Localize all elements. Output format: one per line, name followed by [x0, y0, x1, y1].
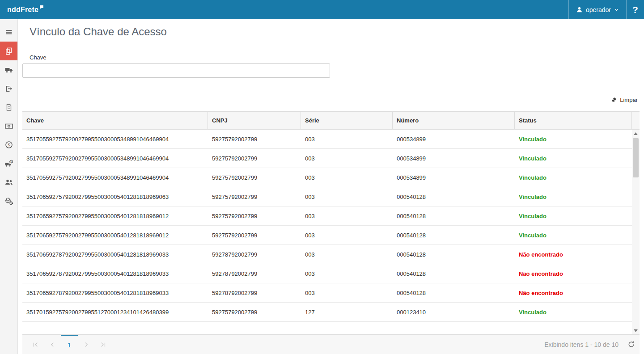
cell-cnpj: 59278792002799	[208, 264, 301, 283]
users-icon	[4, 178, 13, 187]
results-grid: Chave CNPJ Série Número Status 351705592…	[22, 111, 640, 354]
sidebar-item-settings[interactable]	[0, 192, 17, 211]
column-header-cnpj[interactable]: CNPJ	[208, 112, 301, 129]
sidebar-item-access-key[interactable]	[0, 42, 17, 60]
cell-numero: 000540128	[393, 283, 515, 302]
cell-cnpj: 59275792002799	[208, 130, 301, 148]
cell-status: Vinculado	[515, 168, 632, 187]
document-icon	[5, 103, 13, 111]
scrollbar-track[interactable]	[632, 137, 640, 327]
table-row[interactable]: 3517015927579200279955127000123410142648…	[22, 303, 632, 322]
cell-cnpj: 59275792002799	[208, 303, 301, 321]
table-row[interactable]: 3517065927879200279955003000540128181896…	[22, 245, 632, 264]
cell-numero: 000540128	[393, 226, 515, 244]
brand-text: nddFrete	[7, 6, 38, 14]
hamburger-icon	[5, 28, 13, 36]
sidebar-item-truck[interactable]	[0, 60, 17, 79]
chevron-down-icon	[614, 7, 619, 12]
cell-status: Vinculado	[515, 206, 632, 225]
cell-cnpj: 59278792002799	[208, 283, 301, 302]
scroll-up-icon[interactable]	[632, 130, 640, 137]
cell-numero: 000534899	[393, 149, 515, 168]
cell-numero: 000534899	[393, 168, 515, 187]
topbar: nddFrete operador ?	[0, 0, 644, 19]
sidebar: $ $	[0, 19, 18, 354]
cell-cnpj: 59275792002799	[208, 206, 301, 225]
chave-input[interactable]	[22, 63, 330, 78]
cell-serie: 003	[301, 187, 393, 206]
next-page-button[interactable]	[78, 335, 95, 354]
column-header-serie[interactable]: Série	[301, 112, 393, 129]
cell-chave: 3517065927579200279955003000540128181896…	[22, 226, 208, 244]
vertical-scrollbar[interactable]	[632, 130, 640, 334]
main-content: Vínculo da Chave de Acesso Chave Limpar …	[18, 19, 644, 354]
page-number-1[interactable]: 1	[61, 335, 78, 354]
user-icon	[576, 6, 583, 13]
last-page-button[interactable]	[95, 335, 112, 354]
cell-serie: 003	[301, 149, 393, 168]
cell-serie: 003	[301, 283, 393, 302]
help-button[interactable]: ?	[626, 0, 644, 19]
cell-cnpj: 59275792002799	[208, 149, 301, 168]
documents-icon	[4, 47, 13, 55]
sidebar-item-menu-toggle[interactable]	[0, 23, 17, 42]
user-label: operador	[586, 6, 611, 13]
cell-chave: 3517065927879200279955003000540128181896…	[22, 245, 208, 264]
cell-status: Não encontrado	[515, 264, 632, 283]
sidebar-item-export[interactable]	[0, 79, 17, 98]
cell-cnpj: 59275792002799	[208, 168, 301, 187]
pager: 1 Exibindo itens 1 - 10 de 10	[22, 334, 640, 354]
gears-icon	[4, 197, 13, 206]
sidebar-item-truck-money[interactable]: $	[0, 154, 17, 173]
scroll-down-icon[interactable]	[632, 327, 640, 334]
cell-serie: 003	[301, 130, 393, 148]
table-row[interactable]: 3517065927579200279955003000540128181896…	[22, 206, 632, 226]
svg-text:$: $	[7, 142, 10, 147]
grid-toolbar: Limpar	[22, 96, 640, 104]
table-row[interactable]: 3517065927579200279955003000540128181896…	[22, 187, 632, 206]
cell-serie: 003	[301, 168, 393, 187]
cell-chave: 3517055927579200279955003000534899104646…	[22, 168, 208, 187]
cell-serie: 003	[301, 206, 393, 225]
cell-numero: 000534899	[393, 130, 515, 148]
sidebar-item-dollar[interactable]: $	[0, 135, 17, 154]
cell-status: Vinculado	[515, 149, 632, 168]
table-row[interactable]: 3517065927879200279955003000540128181896…	[22, 283, 632, 303]
pager-info: Exibindo itens 1 - 10 de 10	[544, 341, 619, 348]
prev-page-button[interactable]	[44, 335, 61, 354]
table-row[interactable]: 3517065927579200279955003000540128181896…	[22, 226, 632, 245]
app-logo: nddFrete	[0, 0, 44, 19]
chave-filter-label: Chave	[30, 54, 640, 61]
sidebar-item-document[interactable]	[0, 98, 17, 117]
cell-chave: 3517015927579200279955127000123410142648…	[22, 303, 208, 321]
cell-chave: 3517065927879200279955003000540128181896…	[22, 283, 208, 302]
cell-cnpj: 59278792002799	[208, 245, 301, 264]
clear-button-label: Limpar	[620, 97, 638, 103]
export-icon	[4, 84, 13, 93]
table-row[interactable]: 3517055927579200279955003000534899104646…	[22, 130, 632, 149]
cell-cnpj: 59275792002799	[208, 187, 301, 206]
grid-header: Chave CNPJ Série Número Status	[22, 111, 640, 130]
column-header-status[interactable]: Status	[515, 112, 632, 129]
sidebar-item-banknote[interactable]	[0, 117, 17, 135]
cell-status: Vinculado	[515, 130, 632, 148]
cell-chave: 3517055927579200279955003000534899104646…	[22, 149, 208, 168]
banknote-icon	[4, 122, 13, 131]
cell-status: Não encontrado	[515, 283, 632, 302]
table-row[interactable]: 3517065927879200279955003000540128181896…	[22, 264, 632, 283]
cell-serie: 003	[301, 245, 393, 264]
cell-numero: 000123410	[393, 303, 515, 321]
clear-button[interactable]: Limpar	[609, 96, 640, 104]
grid-body: 3517055927579200279955003000534899104646…	[22, 130, 640, 334]
table-row[interactable]: 3517055927579200279955003000534899104646…	[22, 149, 632, 168]
first-page-button[interactable]	[27, 335, 44, 354]
sidebar-item-users[interactable]	[0, 173, 17, 192]
scrollbar-thumb[interactable]	[633, 138, 639, 177]
refresh-icon[interactable]	[627, 341, 635, 348]
brand-flag-icon	[39, 5, 44, 9]
user-menu[interactable]: operador	[568, 0, 626, 19]
column-header-chave[interactable]: Chave	[22, 112, 208, 129]
column-header-numero[interactable]: Número	[393, 112, 515, 129]
table-row[interactable]: 3517055927579200279955003000534899104646…	[22, 168, 632, 187]
cell-serie: 003	[301, 226, 393, 244]
